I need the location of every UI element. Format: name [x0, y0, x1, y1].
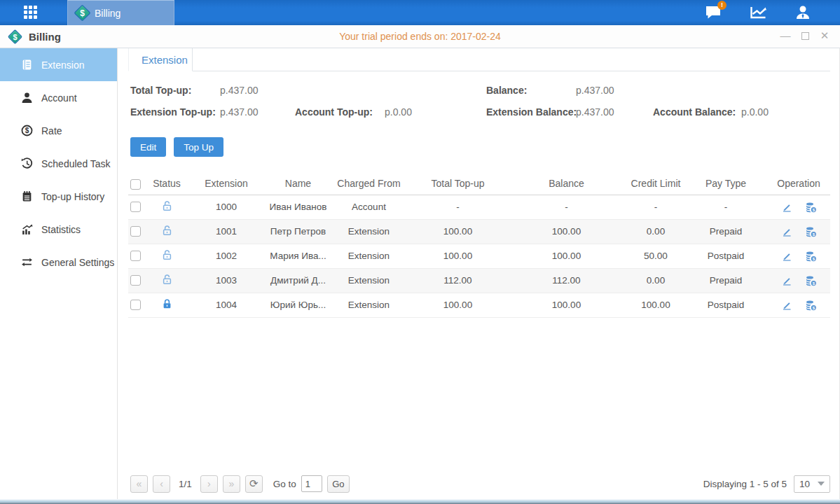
sidebar-item-account[interactable]: Account	[0, 81, 117, 114]
trial-notice: Your trial period ends on: 2017-02-24	[0, 31, 840, 42]
pagination-bar: « ‹ 1/1 › » ⟳ Go to Go Displaying 1 - 5 …	[128, 473, 830, 494]
cell-charged-from: Extension	[328, 293, 410, 317]
cell-extension: 1003	[184, 268, 268, 293]
topup-coins-icon[interactable]: $	[805, 251, 817, 262]
refresh-icon[interactable]: ⟳	[245, 475, 263, 493]
extension-balance-label: Extension Balance:	[486, 106, 577, 118]
account-balance-label: Account Balance:	[653, 106, 736, 118]
page-indicator: 1/1	[179, 479, 192, 489]
minimize-icon[interactable]: —	[780, 31, 791, 42]
cell-pay-type: Postpaid	[684, 293, 767, 317]
col-header-pay-type: Pay Type	[684, 173, 767, 195]
window-bottom-frame	[0, 499, 840, 504]
displaying-text: Displaying 1 - 5 of 5	[703, 479, 787, 489]
cell-extension: 1004	[184, 293, 268, 317]
cell-extension: 1002	[184, 244, 268, 268]
close-icon[interactable]: ✕	[819, 31, 830, 42]
prev-page-button[interactable]: ‹	[153, 475, 170, 493]
bar-chart-icon	[21, 223, 33, 235]
extension-topup-label: Extension Top-up:	[130, 106, 216, 118]
billing-app-tab[interactable]: $ Billing	[67, 0, 174, 25]
account-topup-label: Account Top-up:	[295, 106, 373, 118]
col-header-balance: Balance	[506, 173, 627, 195]
sidebar-item-scheduled-task[interactable]: Scheduled Task	[0, 147, 117, 180]
table-row: 1004 Юрий Юрь... Extension 100.00 100.00…	[128, 293, 830, 317]
sidebar-item-label: Extension	[41, 59, 84, 71]
go-button[interactable]: Go	[327, 475, 350, 493]
topup-coins-icon[interactable]: $	[805, 226, 817, 237]
edit-pencil-icon[interactable]	[781, 275, 792, 286]
edit-pencil-icon[interactable]	[781, 202, 792, 213]
apps-grid-icon[interactable]	[24, 6, 38, 20]
billing-summary: Total Top-up: p.437.00 Balance: p.437.00…	[128, 83, 830, 122]
table-row: 1002 Мария Ива... Extension 100.00 100.0…	[128, 244, 830, 268]
lock-open-icon[interactable]	[161, 274, 173, 286]
last-page-button[interactable]: »	[223, 475, 240, 493]
cell-total-topup: 100.00	[410, 219, 506, 244]
edit-pencil-icon[interactable]	[781, 226, 792, 237]
transfer-arrows-icon	[21, 256, 33, 268]
tab-extension[interactable]: Extension	[128, 48, 193, 71]
user-account-icon[interactable]	[794, 4, 812, 22]
sidebar-item-rate[interactable]: $ Rate	[0, 114, 117, 147]
sidebar-item-statistics[interactable]: Statistics	[0, 213, 117, 246]
edit-pencil-icon[interactable]	[781, 251, 792, 262]
cell-name: Мария Ива...	[268, 244, 328, 268]
statistics-chart-icon[interactable]	[749, 4, 767, 22]
col-header-status: Status	[149, 173, 184, 195]
edit-button[interactable]: Edit	[130, 137, 166, 157]
sidebar-item-extension[interactable]: Extension	[0, 48, 117, 81]
cell-credit-limit: 0.00	[627, 268, 684, 293]
sidebar-item-general-settings[interactable]: General Settings	[0, 246, 117, 279]
goto-page-input[interactable]	[301, 475, 322, 492]
page-size-select[interactable]: 10	[794, 475, 830, 493]
table-row: 1003 Дмитрий Д... Extension 112.00 112.0…	[128, 268, 830, 293]
col-header-name: Name	[268, 173, 328, 195]
next-page-button[interactable]: ›	[200, 475, 218, 493]
cell-charged-from: Extension	[328, 244, 410, 268]
select-all-checkbox[interactable]	[130, 179, 141, 190]
cell-credit-limit: 0.00	[627, 219, 684, 244]
topup-coins-icon[interactable]: $	[805, 300, 817, 311]
lock-open-icon[interactable]	[161, 225, 173, 237]
cell-charged-from: Account	[328, 195, 410, 219]
row-checkbox[interactable]	[130, 226, 141, 237]
row-checkbox[interactable]	[130, 275, 141, 286]
account-balance-value: p.0.00	[741, 106, 769, 118]
cell-extension: 1000	[184, 195, 268, 219]
first-page-button[interactable]: «	[130, 475, 148, 493]
lock-closed-icon[interactable]	[161, 298, 173, 310]
tab-extension-label: Extension	[142, 54, 188, 66]
app-diamond-dollar-icon: $	[8, 29, 22, 43]
cell-name: Юрий Юрь...	[268, 293, 328, 317]
cell-charged-from: Extension	[328, 268, 410, 293]
billing-diamond-dollar-icon: $	[74, 4, 90, 21]
edit-pencil-icon[interactable]	[781, 300, 792, 311]
sidebar-item-topup-history[interactable]: Top-up History	[0, 180, 117, 213]
sidebar-item-label: Account	[41, 92, 77, 104]
maximize-icon[interactable]	[801, 32, 809, 40]
page-size-value: 10	[799, 479, 810, 489]
row-checkbox[interactable]	[130, 300, 141, 310]
cell-name: Иван Иванов	[268, 195, 328, 219]
extension-topup-value: p.437.00	[220, 106, 259, 118]
cell-credit-limit: 50.00	[627, 244, 684, 268]
cell-pay-type: -	[684, 195, 767, 219]
topup-coins-icon[interactable]: $	[805, 202, 817, 213]
lock-open-icon[interactable]	[161, 249, 173, 261]
messages-icon[interactable]: !	[704, 4, 722, 22]
dollar-circle-icon: $	[21, 125, 33, 136]
lock-open-icon[interactable]	[161, 200, 173, 212]
tab-strip: Extension	[128, 48, 830, 71]
cell-charged-from: Extension	[328, 219, 410, 244]
topup-coins-icon[interactable]: $	[805, 275, 817, 286]
sidebar-item-label: Statistics	[41, 224, 81, 235]
col-header-operation: Operation	[767, 173, 830, 195]
chevron-down-icon	[818, 482, 825, 486]
cell-balance: 112.00	[506, 268, 627, 293]
action-buttons: Edit Top Up	[128, 137, 830, 157]
extension-table: Status Extension Name Charged From Total…	[128, 173, 830, 318]
row-checkbox[interactable]	[130, 251, 141, 261]
top-up-button[interactable]: Top Up	[174, 137, 223, 157]
row-checkbox[interactable]	[130, 202, 141, 212]
